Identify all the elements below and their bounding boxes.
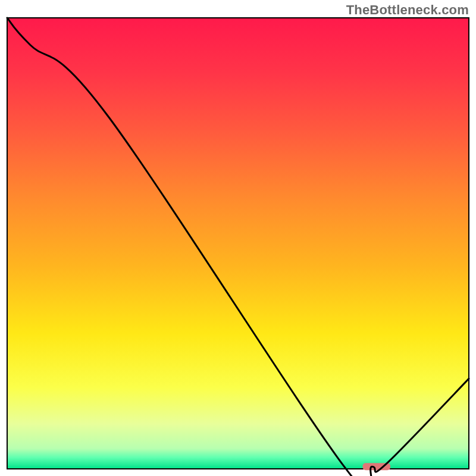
plot-background bbox=[7, 18, 469, 469]
bottleneck-chart bbox=[0, 0, 476, 476]
chart-container: TheBottleneck.com bbox=[0, 0, 476, 476]
watermark-text: TheBottleneck.com bbox=[346, 2, 469, 18]
